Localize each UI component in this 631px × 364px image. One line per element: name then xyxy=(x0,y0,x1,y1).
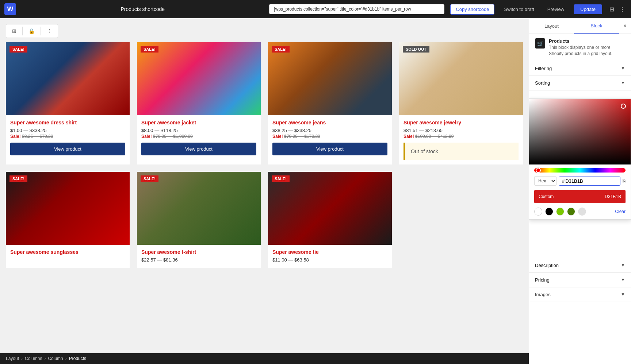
description-label: Description xyxy=(535,263,559,268)
content-area: ⊞ 🔒 ⋮ SALE! Super awesome dress shirt $1… xyxy=(0,18,529,364)
hex-color-input[interactable] xyxy=(565,178,594,184)
block-description: This block displays one or more Shopify … xyxy=(549,44,625,57)
main-layout: ⊞ 🔒 ⋮ SALE! Super awesome dress shirt $1… xyxy=(0,18,631,364)
view-product-button[interactable]: View product xyxy=(10,143,125,155)
breadcrumb-sep-2: › xyxy=(44,356,46,361)
product-sale-price: Sale! $70.20 — $170.20 xyxy=(272,134,387,139)
product-image: SALE! xyxy=(268,42,392,115)
product-card: SALE! Super awesome sunglasses xyxy=(6,172,130,268)
columns-icon-button[interactable]: ⊞ xyxy=(9,26,19,36)
toolbar-divider-2 xyxy=(41,27,41,35)
topbar: W Products shortcode Copy shortcode Swit… xyxy=(0,0,631,18)
sidebar-tabs: Layout Block × xyxy=(529,18,631,34)
description-header[interactable]: Description ▼ xyxy=(529,258,631,272)
product-title: Super awesome dress shirt xyxy=(10,120,125,125)
color-picker: Hex RGB HSL # ⎘ Custom D31B1B xyxy=(529,98,631,220)
color-format-select[interactable]: Hex RGB HSL xyxy=(534,176,557,186)
pricing-label: Pricing xyxy=(535,277,550,283)
preview-button[interactable]: Preview xyxy=(544,4,568,14)
block-name: Products xyxy=(549,38,625,44)
description-section: Description ▼ xyxy=(529,258,631,273)
color-swatch-black[interactable] xyxy=(545,208,553,216)
more-toolbar-button[interactable]: ⋮ xyxy=(44,26,55,36)
breadcrumb-sep-1: › xyxy=(21,356,23,361)
product-card: SOLD OUT Super awesome jewelry $81.51 — … xyxy=(399,42,523,164)
images-chevron: ▼ xyxy=(621,292,625,297)
custom-value: D31B1B xyxy=(605,194,621,199)
wordpress-logo[interactable]: W xyxy=(4,3,16,15)
block-toolbar: ⊞ 🔒 ⋮ xyxy=(6,24,58,38)
color-spectrum[interactable] xyxy=(529,99,631,164)
sidebar-close-button[interactable]: × xyxy=(619,18,631,34)
color-swatch-gray[interactable] xyxy=(578,208,586,216)
filtering-section: Filtering ▼ xyxy=(529,61,631,76)
custom-label: Custom xyxy=(539,194,554,199)
sorting-header[interactable]: Sorting ▼ xyxy=(529,76,631,90)
images-header[interactable]: Images ▼ xyxy=(529,287,631,302)
product-image: SALE! xyxy=(268,172,392,245)
breadcrumb-layout[interactable]: Layout xyxy=(6,356,19,361)
products-grid: SALE! Super awesome dress shirt $1.00 — … xyxy=(6,42,523,268)
breadcrumb-columns[interactable]: Columns xyxy=(25,356,42,361)
product-title: Super awesome t-shirt xyxy=(141,249,256,255)
sale-badge: SALE! xyxy=(9,46,27,53)
hue-handle[interactable] xyxy=(536,168,541,173)
product-sale-price: Sale! $8.25 — $70.20 xyxy=(10,134,125,139)
product-sale-price: Sale! $100.00 — $412.99 xyxy=(404,134,519,139)
out-of-stock-label: Out of stock xyxy=(404,143,519,160)
pricing-header[interactable]: Pricing ▼ xyxy=(529,273,631,287)
color-input-row: Hex RGB HSL # ⎘ xyxy=(529,174,631,188)
hue-slider[interactable] xyxy=(534,168,626,173)
block-details: Products This block displays one or more… xyxy=(549,38,625,57)
switch-to-draft-button[interactable]: Switch to draft xyxy=(500,4,538,14)
sorting-section: Sorting ▼ xyxy=(529,76,631,90)
block-info: 🛒 Products This block displays one or mo… xyxy=(529,34,631,61)
product-price: $8.00 — $118.25 xyxy=(141,128,256,133)
wp-logo-text: W xyxy=(7,5,14,13)
breadcrumb-products[interactable]: Products xyxy=(69,356,86,361)
sale-badge: SALE! xyxy=(272,46,290,53)
view-product-button[interactable]: View product xyxy=(272,143,387,155)
color-spectrum-handle[interactable] xyxy=(621,104,626,109)
topbar-icons: ⊞ ⋮ xyxy=(608,4,627,14)
tab-layout[interactable]: Layout xyxy=(529,19,574,33)
pricing-chevron: ▼ xyxy=(621,277,625,282)
settings-icon-button[interactable]: ⊞ xyxy=(608,4,616,14)
clear-color-button[interactable]: Clear xyxy=(615,209,626,214)
update-button[interactable]: Update xyxy=(574,4,602,14)
color-preview-swatch: Custom D31B1B xyxy=(534,190,626,203)
pricing-section: Pricing ▼ xyxy=(529,273,631,287)
product-price: $1.00 — $338.25 xyxy=(10,128,125,133)
copy-hex-button[interactable]: ⎘ xyxy=(623,178,626,184)
hash-sign: # xyxy=(562,178,565,184)
product-price: $11.00 — $63.58 xyxy=(272,257,387,263)
sorting-label: Sorting xyxy=(535,80,550,86)
shortcode-input[interactable] xyxy=(269,4,444,14)
sold-out-badge: SOLD OUT xyxy=(403,46,429,53)
color-swatch-dark-green[interactable] xyxy=(567,208,575,216)
product-card: SALE! Super awesome tie $11.00 — $63.58 xyxy=(268,172,392,268)
images-label: Images xyxy=(535,292,551,297)
lock-icon-button[interactable]: 🔒 xyxy=(26,26,38,36)
tab-block[interactable]: Block xyxy=(574,19,619,34)
product-card: SALE! Super awesome t-shirt $22.57 — $81… xyxy=(137,172,261,268)
description-chevron: ▼ xyxy=(621,263,625,268)
sale-badge: SALE! xyxy=(141,46,158,53)
color-swatch-white[interactable] xyxy=(534,208,542,216)
toolbar-divider xyxy=(22,27,23,35)
hex-input-wrap: # xyxy=(559,177,620,186)
sidebar: Layout Block × 🛒 Products This block dis… xyxy=(529,18,631,364)
filtering-header[interactable]: Filtering ▼ xyxy=(529,61,631,75)
sale-badge: SALE! xyxy=(141,175,158,182)
view-product-button[interactable]: View product xyxy=(141,143,256,155)
product-title: Super awesome jewelry xyxy=(404,120,519,125)
copy-shortcode-button[interactable]: Copy shortcode xyxy=(450,4,494,15)
breadcrumb-column[interactable]: Column xyxy=(48,356,63,361)
color-swatch-green[interactable] xyxy=(556,208,564,216)
product-price: $38.25 — $338.25 xyxy=(272,128,387,133)
product-title: Super awesome jacket xyxy=(141,120,256,125)
more-options-button[interactable]: ⋮ xyxy=(618,4,627,14)
hue-slider-wrap xyxy=(529,164,631,174)
product-image: SALE! xyxy=(6,42,130,115)
filtering-chevron: ▼ xyxy=(621,66,625,71)
